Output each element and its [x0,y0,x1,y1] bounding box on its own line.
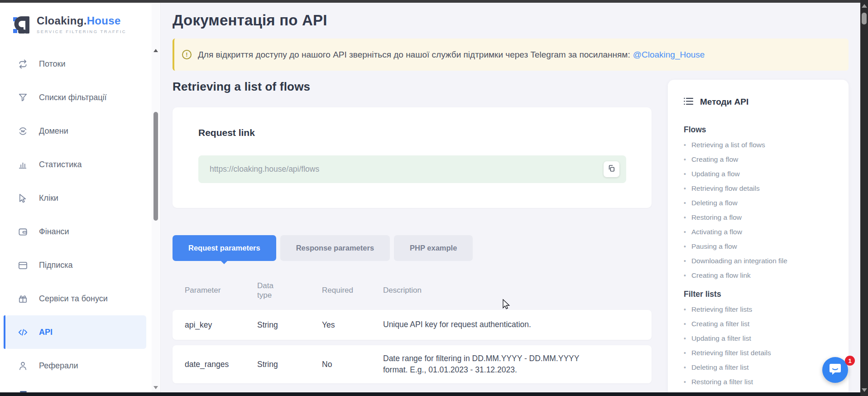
method-link-label: Deleting a filter list [691,363,749,372]
bullet-icon: • [684,257,686,265]
method-link-label: Deleting a flow [691,199,738,207]
docs-column: Retrieving a list of flows Request link … [173,80,652,383]
method-link[interactable]: •Creating a flow [684,155,838,164]
bullet-icon: • [684,242,686,251]
sidebar-item-label: Фінанси [39,227,69,237]
sidebar-item-статистика[interactable]: Статистика [0,148,146,181]
sidebar-item-реферали[interactable]: Реферали [0,349,146,382]
method-link-label: Creating a filter list [691,320,749,328]
method-link-label: Creating a flow link [691,271,751,280]
gift-icon [17,293,28,304]
table-row: api_keyStringYesUnique API key for reque… [173,310,652,340]
request-url: https://cloaking.house/api/flows [198,155,626,183]
method-link[interactable]: •Deleting a filter list [684,363,838,372]
method-link[interactable]: •Creating a flow link [684,271,838,280]
app-window: Cloaking.House SERVICE FILTERING TRAFFIC… [0,3,860,392]
chat-bubble-icon [829,362,842,377]
method-link[interactable]: •Retrieving filter list details [684,349,838,357]
main-content: Документація по API ! Для відкриття дост… [161,3,860,392]
request-link-title: Request link [198,127,255,138]
sidebar-item-кліки[interactable]: Кліки [0,181,146,215]
chart-icon [17,159,28,170]
bullet-icon: • [684,184,686,193]
bullet-icon: • [684,320,686,328]
table-header: ParameterData typeRequiredDescription [173,279,652,302]
copy-button[interactable] [604,161,619,177]
sidebar-item-label: Статистика [39,160,82,169]
method-link-label: Retrieving flow details [691,184,760,193]
method-link-label: Updating a flow [691,170,740,178]
sidebar-item-потоки[interactable]: Потоки [0,47,146,81]
table-row: date_rangesStringNoDate range for filter… [173,345,652,383]
bullet-icon: • [684,349,686,357]
cell-description: Unique API key for request authenticatio… [383,319,600,330]
code-icon [17,327,28,338]
sidebar-item-label: Потоки [39,59,66,69]
section-title: Retrieving a list of flows [173,80,652,94]
page-title: Документація по API [173,12,860,29]
sidebar-scroll-down-icon[interactable] [153,386,158,389]
parameter-tabs: Request parametersResponse parametersPHP… [173,235,652,261]
tab-php-example[interactable]: PHP example [394,235,473,261]
sidebar-item-label: API [39,328,53,337]
bullet-icon: • [684,363,686,372]
method-link-label: Updating a filter list [691,334,751,343]
sidebar: Cloaking.House SERVICE FILTERING TRAFFIC… [0,3,161,392]
method-link[interactable]: •Retrieving a list of flows [684,141,838,149]
page-scrollbar-thumb[interactable] [862,13,867,24]
sidebar-scrollbar-thumb[interactable] [153,112,158,221]
cell-required: Yes [322,320,383,330]
cell-required: No [322,360,383,369]
sidebar-scroll-up-icon[interactable] [153,49,158,52]
logo-subtitle: SERVICE FILTERING TRAFFIC [37,29,126,34]
sidebar-item-label: Підписка [39,261,73,270]
method-link[interactable]: •Activating a flow [684,228,838,236]
method-link[interactable]: •Retrieving flow details [684,184,838,193]
filter-icon [17,92,28,103]
method-link[interactable]: •Restoring a flow [684,213,838,222]
sidebar-item-сервіси-та-бонуси[interactable]: Сервіси та бонуси [0,282,146,315]
method-link[interactable]: •Downloading an integration file [684,257,838,265]
cell-parameter: date_ranges [185,360,257,369]
method-link-label: Activating a flow [691,228,742,236]
page-scrollbar[interactable] [860,0,868,396]
request-url-field: https://cloaking.house/api/flows [198,155,626,183]
bullet-icon: • [684,271,686,280]
cell-data_type: String [257,360,322,369]
method-link-label: Restoring a filter list [691,378,753,386]
method-link-label: Creating a flow [691,155,738,164]
bullet-icon: • [684,155,686,164]
page-scroll-down-icon[interactable] [862,388,867,392]
sidebar-item-label: Реферали [39,361,78,371]
sidebar-item-фінанси[interactable]: Фінанси [0,215,146,248]
logo[interactable]: Cloaking.House SERVICE FILTERING TRAFFIC [0,3,160,37]
method-link[interactable]: •Updating a filter list [684,334,838,343]
column-header: Parameter [185,286,257,295]
method-link-label: Pausing a flow [691,242,737,251]
card-icon [17,260,28,270]
method-link[interactable]: •Deleting a flow [684,199,838,207]
globe-icon [17,126,28,136]
method-link[interactable]: •Creating a filter list [684,320,838,328]
api-methods-header: Методи API [684,97,838,107]
tab-response-parameters[interactable]: Response parameters [280,235,390,261]
sidebar-nav: ПотокиСписки фільтраціїДомениСтатистикаК… [0,47,146,382]
method-link[interactable]: •Updating a flow [684,170,838,178]
sidebar-item-домени[interactable]: Домени [0,114,146,148]
sidebar-item-підписка[interactable]: Підписка [0,248,146,282]
sidebar-item-списки-фільтрації[interactable]: Списки фільтрації [0,81,146,114]
bullet-icon: • [684,199,686,207]
bullet-icon: • [684,170,686,178]
sidebar-item-api[interactable]: API [5,315,146,349]
method-link[interactable]: •Restoring a filter list [684,378,838,386]
list-icon [684,97,693,107]
tab-request-parameters[interactable]: Request parameters [173,235,276,261]
page-scroll-up-icon[interactable] [862,4,867,8]
method-group-heading: Filter lists [684,290,838,299]
warning-icon: ! [182,50,192,59]
method-link[interactable]: •Retrieving filter lists [684,305,838,314]
chat-widget-button[interactable] [822,357,848,383]
method-link[interactable]: •Pausing a flow [684,242,838,251]
telegram-link[interactable]: @Cloaking_House [633,50,705,59]
sidebar-scrollbar[interactable] [152,3,160,392]
